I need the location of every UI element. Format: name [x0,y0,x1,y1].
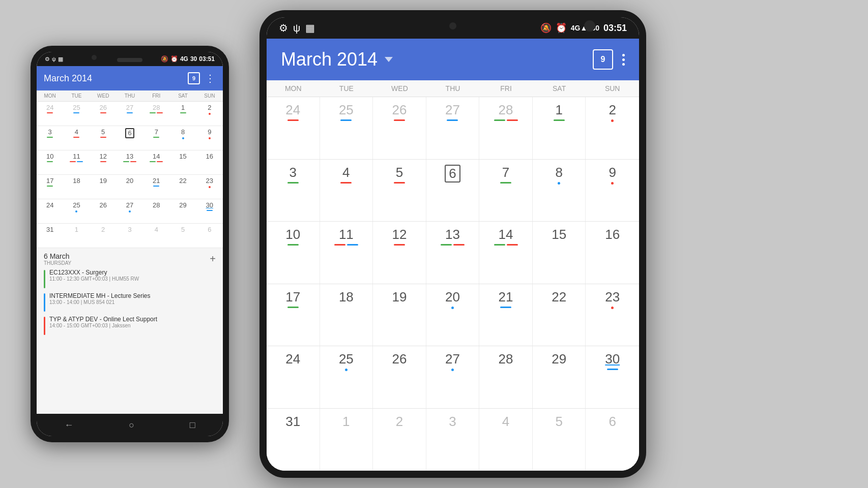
back-button[interactable]: ← [64,420,73,431]
day-4[interactable]: 4 [63,126,90,150]
day-8[interactable]: 8 [169,126,196,150]
l-day-6-next[interactable]: 6 [586,409,639,471]
l-day-2[interactable]: 2 [586,97,639,159]
l-day-12[interactable]: 12 [373,222,426,284]
month-dropdown-icon[interactable] [385,57,393,62]
day-2[interactable]: 2 [196,102,223,126]
l-day-6-selected[interactable]: 6 [426,160,480,222]
dow-l-sat: SAT [533,84,586,93]
l-day-9[interactable]: 9 [586,160,639,222]
l-day-25[interactable]: 25 [320,346,373,408]
day-20[interactable]: 20 [117,175,143,199]
l-day-5-next[interactable]: 5 [533,409,586,471]
day-1[interactable]: 1 [169,102,196,126]
l-day-1[interactable]: 1 [533,97,586,159]
day-29[interactable]: 29 [169,199,196,223]
day-27[interactable]: 27 [117,199,143,223]
l-day-27[interactable]: 27 [426,346,480,408]
day-3-next[interactable]: 3 [117,224,143,248]
l-day-22[interactable]: 22 [533,284,586,346]
l-day-20[interactable]: 20 [426,284,480,346]
day-30[interactable]: 30 [196,199,223,223]
day-5-next[interactable]: 5 [169,224,196,248]
l-day-15[interactable]: 15 [533,222,586,284]
event-item-2[interactable]: INTERMEDIATE MH - Lecture Series 13:00 -… [44,292,216,312]
add-event-button[interactable]: + [210,253,216,265]
l-day-8[interactable]: 8 [533,160,586,222]
day-3[interactable]: 3 [37,126,63,150]
l-day-19[interactable]: 19 [373,284,426,346]
day-31[interactable]: 31 [37,224,63,248]
l-day-1-next[interactable]: 1 [320,409,373,471]
l-day-29[interactable]: 29 [533,346,586,408]
day-6-next[interactable]: 6 [196,224,223,248]
day-24-prev[interactable]: 24 [37,102,63,126]
l-day-2-next[interactable]: 2 [373,409,426,471]
l-day-26-prev[interactable]: 26 [373,97,426,159]
camera-large-2 [584,20,595,32]
day-25-prev[interactable]: 25 [63,102,90,126]
day-17[interactable]: 17 [37,175,63,199]
l-day-4-next[interactable]: 4 [479,409,533,471]
cal-header-large: March 2014 9 [267,39,639,80]
status-right: 🔕 ⏰ 4G 30 03:51 [161,55,215,63]
l-day-3-next[interactable]: 3 [426,409,480,471]
day-28[interactable]: 28 [143,199,169,223]
day-18[interactable]: 18 [63,175,90,199]
event-item-3[interactable]: TYP & ATYP DEV - Online Lect Support 14:… [44,316,216,335]
l-day-24[interactable]: 24 [267,346,320,408]
l-day-28[interactable]: 28 [479,346,533,408]
l-day-31[interactable]: 31 [267,409,320,471]
l-day-4[interactable]: 4 [320,160,373,222]
l-day-10[interactable]: 10 [267,222,320,284]
day-12[interactable]: 12 [90,150,117,174]
l-day-17[interactable]: 17 [267,284,320,346]
l-day-16[interactable]: 16 [586,222,639,284]
day-10[interactable]: 10 [37,150,63,174]
day-5[interactable]: 5 [90,126,117,150]
today-button-large[interactable]: 9 [593,49,613,70]
home-button[interactable]: ○ [129,420,134,431]
day-26-prev[interactable]: 26 [90,102,117,126]
recent-apps-button[interactable]: □ [190,420,195,431]
l-day-21[interactable]: 21 [479,284,533,346]
day-14[interactable]: 14 [143,150,169,174]
day-27-prev[interactable]: 27 [117,102,143,126]
day-7[interactable]: 7 [143,126,169,150]
day-6-selected[interactable]: 6 [117,126,143,150]
today-button-small[interactable]: 9 [188,72,200,84]
l-day-11[interactable]: 11 [320,222,373,284]
day-13[interactable]: 13 [117,150,143,174]
l-day-23[interactable]: 23 [586,284,639,346]
more-menu-large[interactable] [622,54,625,66]
more-menu-small[interactable]: ⋮ [205,72,216,84]
l-day-14[interactable]: 14 [479,222,533,284]
event-item-1[interactable]: EC123XXX - Surgery 11:00 - 12:30 GMT+00:… [44,269,216,288]
day-16[interactable]: 16 [196,150,223,174]
day-23[interactable]: 23 [196,175,223,199]
l-day-18[interactable]: 18 [320,284,373,346]
l-day-26[interactable]: 26 [373,346,426,408]
l-day-3[interactable]: 3 [267,160,320,222]
l-day-30[interactable]: 30 [586,346,639,408]
day-24[interactable]: 24 [37,199,63,223]
l-day-7[interactable]: 7 [479,160,533,222]
l-day-25-prev[interactable]: 25 [320,97,373,159]
day-19[interactable]: 19 [90,175,117,199]
day-26[interactable]: 26 [90,199,117,223]
day-22[interactable]: 22 [169,175,196,199]
day-9[interactable]: 9 [196,126,223,150]
day-4-next[interactable]: 4 [143,224,169,248]
day-25[interactable]: 25 [63,199,90,223]
day-1-next[interactable]: 1 [63,224,90,248]
day-11[interactable]: 11 [63,150,90,174]
day-2-next[interactable]: 2 [90,224,117,248]
day-15[interactable]: 15 [169,150,196,174]
l-day-27-prev[interactable]: 27 [426,97,480,159]
day-21[interactable]: 21 [143,175,169,199]
l-day-5[interactable]: 5 [373,160,426,222]
l-day-24-prev[interactable]: 24 [267,97,320,159]
l-day-28-prev[interactable]: 28 [479,97,533,159]
day-28-prev[interactable]: 28 [143,102,169,126]
l-day-13[interactable]: 13 [426,222,480,284]
